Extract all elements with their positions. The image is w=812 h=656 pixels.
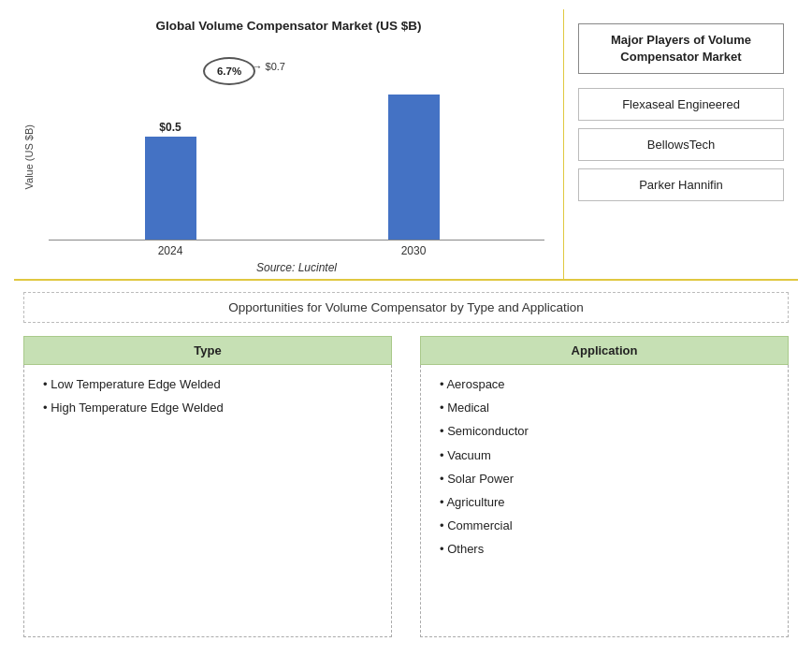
app-item-6: Commercial xyxy=(435,518,774,534)
type-item-1: High Temperature Edge Welded xyxy=(38,400,377,416)
app-item-4: Solar Power xyxy=(435,471,774,488)
chart-title: Global Volume Compensator Market (US $B) xyxy=(155,19,421,33)
bar-group-2024: $0.5 xyxy=(145,121,196,240)
chart-area: Global Volume Compensator Market (US $B)… xyxy=(14,9,564,279)
type-list: Low Temperature Edge Welded High Tempera… xyxy=(38,376,377,416)
app-item-5: Agriculture xyxy=(435,494,774,511)
app-item-2: Semiconductor xyxy=(435,423,774,440)
players-area: Major Players of Volume Compensator Mark… xyxy=(564,9,798,279)
players-title: Major Players of Volume Compensator Mark… xyxy=(578,23,784,74)
bar-group-2030: $0.7 xyxy=(388,79,440,240)
growth-ellipse: 6.7% xyxy=(203,57,255,85)
y-axis-label: Value (US $B) xyxy=(23,124,35,190)
chart-content: 6.7% → $0.7 $0.5 $0.7 xyxy=(39,40,554,274)
type-item-0: Low Temperature Edge Welded xyxy=(38,376,377,393)
x-axis-labels: 2024 2030 xyxy=(39,241,554,257)
chart-inner: Value (US $B) 6.7% → $0.7 $0.5 xyxy=(23,40,554,274)
bar-2030 xyxy=(388,95,440,240)
application-list: Aerospace Medical Semiconductor Vacuum S… xyxy=(435,376,774,559)
app-item-7: Others xyxy=(435,541,774,558)
player-item-1: BellowsTech xyxy=(578,128,784,161)
type-column: Type Low Temperature Edge Welded High Te… xyxy=(23,336,392,637)
application-column: Application Aerospace Medical Semiconduc… xyxy=(420,336,789,637)
bar-2024 xyxy=(145,137,196,240)
opportunities-title: Opportunities for Volume Compensator by … xyxy=(23,292,789,323)
app-item-0: Aerospace xyxy=(435,376,774,393)
growth-label: 6.7% xyxy=(217,66,241,77)
chart-source: Source: Lucintel xyxy=(39,261,554,274)
app-item-1: Medical xyxy=(435,400,774,416)
app-item-3: Vacuum xyxy=(435,447,774,464)
type-application-row: Type Low Temperature Edge Welded High Te… xyxy=(23,336,789,637)
x-label-2030: 2030 xyxy=(388,244,440,257)
type-header: Type xyxy=(23,336,392,365)
top-section: Global Volume Compensator Market (US $B)… xyxy=(14,9,798,281)
type-content: Low Temperature Edge Welded High Tempera… xyxy=(23,365,392,637)
player-item-0: Flexaseal Engineered xyxy=(578,88,784,121)
page-wrapper: Global Volume Compensator Market (US $B)… xyxy=(0,0,812,656)
application-header: Application xyxy=(420,336,789,365)
application-content: Aerospace Medical Semiconductor Vacuum S… xyxy=(420,365,789,637)
x-label-2024: 2024 xyxy=(145,244,196,257)
bars-container: 6.7% → $0.7 $0.5 $0.7 xyxy=(39,40,554,240)
growth-annotation: 6.7% → $0.7 xyxy=(203,57,255,85)
bar-value-2024: $0.5 xyxy=(159,121,181,134)
growth-arrow: → $0.7 xyxy=(253,61,285,72)
player-item-2: Parker Hannifin xyxy=(578,168,784,201)
bottom-section: Opportunities for Volume Compensator by … xyxy=(14,281,798,647)
